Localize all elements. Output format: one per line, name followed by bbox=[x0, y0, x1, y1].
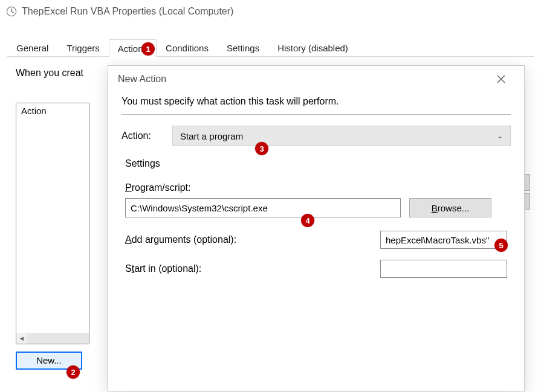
action-label: Action: bbox=[121, 130, 163, 141]
h-scrollbar[interactable]: ◄ bbox=[16, 333, 89, 344]
dialog-body: You must specify what action this task w… bbox=[108, 92, 524, 278]
dialog-title: New Action bbox=[118, 74, 488, 85]
divider bbox=[121, 114, 511, 115]
action-dropdown-value: Start a program bbox=[180, 131, 243, 141]
annotation-badge-4: 4 bbox=[301, 214, 314, 227]
startin-label: Start in (optional): bbox=[125, 263, 306, 274]
chevron-down-icon: ⌄ bbox=[497, 132, 503, 140]
startin-input[interactable] bbox=[380, 260, 507, 278]
new-action-dialog: New Action You must specify what action … bbox=[108, 65, 525, 391]
tab-conditions[interactable]: Conditions bbox=[157, 39, 218, 56]
tab-triggers[interactable]: Triggers bbox=[57, 39, 108, 56]
scroll-left-icon[interactable]: ◄ bbox=[16, 333, 27, 344]
action-row: Action: Start a program ⌄ bbox=[121, 126, 511, 146]
actions-list-header: Action bbox=[16, 103, 89, 118]
tab-settings[interactable]: Settings bbox=[218, 39, 268, 56]
actions-list[interactable]: Action ◄ bbox=[16, 103, 89, 344]
program-input[interactable] bbox=[125, 198, 401, 217]
tab-general[interactable]: General bbox=[7, 39, 57, 56]
annotation-badge-1: 1 bbox=[141, 42, 155, 56]
tab-history[interactable]: History (disabled) bbox=[268, 39, 357, 56]
annotation-badge-5: 5 bbox=[494, 239, 508, 252]
annotation-badge-3: 3 bbox=[255, 142, 268, 155]
annotation-badge-2: 2 bbox=[66, 365, 80, 379]
arguments-label: Add arguments (optional): bbox=[125, 234, 306, 245]
arguments-input[interactable] bbox=[380, 231, 507, 249]
scroll-track[interactable] bbox=[27, 333, 89, 344]
arguments-row: Add arguments (optional): bbox=[125, 231, 507, 249]
program-label: Program/script: bbox=[125, 182, 507, 193]
task-scheduler-icon bbox=[6, 6, 17, 17]
dialog-subhead: You must specify what action this task w… bbox=[121, 96, 511, 107]
window-title: ThepExcel Run VBA Properties (Local Comp… bbox=[22, 6, 233, 17]
settings-group-label: Settings bbox=[125, 158, 511, 169]
window-titlebar: ThepExcel Run VBA Properties (Local Comp… bbox=[0, 0, 541, 23]
startin-row: Start in (optional): bbox=[125, 260, 507, 278]
action-dropdown[interactable]: Start a program ⌄ bbox=[172, 126, 511, 146]
dialog-titlebar: New Action bbox=[108, 66, 524, 92]
program-row: Browse... bbox=[125, 198, 507, 217]
settings-group: Program/script: Browse... Add arguments … bbox=[121, 182, 511, 278]
tab-strip: General Triggers Actions Conditions Sett… bbox=[7, 37, 534, 57]
browse-button[interactable]: Browse... bbox=[409, 198, 491, 217]
close-icon[interactable] bbox=[488, 67, 514, 91]
